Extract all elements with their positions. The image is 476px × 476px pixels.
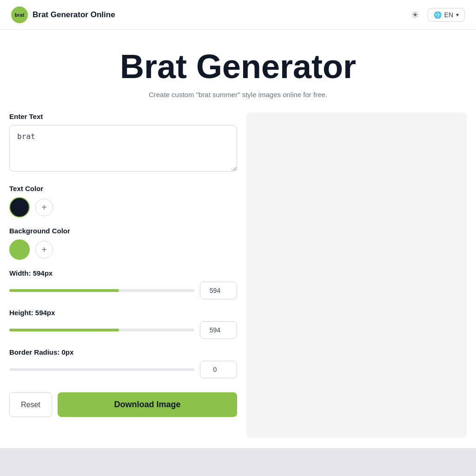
logo-icon: brat — [11, 7, 28, 23]
border-radius-label: Border Radius: 0px — [9, 348, 237, 356]
header-right: ☀ 🌐 EN ▾ — [408, 7, 465, 23]
hero-section: Brat Generator Create custom "brat summe… — [0, 30, 476, 112]
download-button[interactable]: Download Image — [58, 392, 237, 417]
main-content: Brat Generator Create custom "brat summe… — [0, 30, 476, 448]
width-number-input[interactable] — [200, 282, 237, 299]
header: brat Brat Generator Online ☀ 🌐 EN ▾ — [0, 0, 476, 30]
height-number-input[interactable] — [200, 321, 237, 339]
width-label: Width: 594px — [9, 269, 237, 277]
add-text-color-button[interactable]: + — [35, 198, 53, 216]
bg-color-section: Background Color + — [9, 227, 237, 260]
language-label: EN — [444, 11, 453, 19]
translate-icon: 🌐 — [434, 11, 442, 19]
bg-color-row: + — [9, 239, 237, 260]
border-radius-slider-track — [9, 368, 194, 371]
controls-panel: Enter Text Text Color + Background Color… — [9, 112, 246, 438]
width-slider-row — [9, 282, 237, 299]
bg-color-label: Background Color — [9, 227, 237, 235]
border-radius-number-input[interactable] — [200, 361, 237, 378]
chevron-down-icon: ▾ — [456, 12, 459, 18]
reset-button[interactable]: Reset — [9, 392, 52, 417]
text-color-section: Text Color + — [9, 185, 237, 218]
text-input[interactable] — [9, 125, 237, 172]
page-title: Brat Generator — [9, 48, 467, 85]
language-selector-button[interactable]: 🌐 EN ▾ — [428, 8, 465, 22]
add-bg-color-button[interactable]: + — [35, 241, 53, 258]
preview-panel — [246, 112, 467, 438]
height-slider-row — [9, 321, 237, 339]
text-color-label: Text Color — [9, 185, 237, 192]
theme-toggle-button[interactable]: ☀ — [408, 7, 422, 23]
footer — [0, 448, 476, 476]
border-radius-section: Border Radius: 0px — [9, 348, 237, 378]
header-left: brat Brat Generator Online — [11, 7, 115, 23]
two-column-layout: Enter Text Text Color + Background Color… — [0, 112, 476, 447]
border-radius-slider-row — [9, 361, 237, 378]
sun-icon: ☀ — [411, 10, 419, 20]
page-subtitle: Create custom "brat summer" style images… — [9, 91, 467, 99]
height-slider-track — [9, 329, 194, 331]
action-row: Reset Download Image — [9, 392, 237, 417]
height-section: Height: 594px — [9, 309, 237, 339]
width-section: Width: 594px — [9, 269, 237, 299]
height-label: Height: 594px — [9, 309, 237, 317]
text-label: Enter Text — [9, 112, 237, 120]
text-color-row: + — [9, 197, 237, 218]
text-section: Enter Text — [9, 112, 237, 185]
width-slider-track — [9, 289, 194, 292]
text-color-swatch[interactable] — [9, 197, 30, 218]
site-title: Brat Generator Online — [33, 10, 115, 20]
bg-color-swatch[interactable] — [9, 239, 30, 260]
